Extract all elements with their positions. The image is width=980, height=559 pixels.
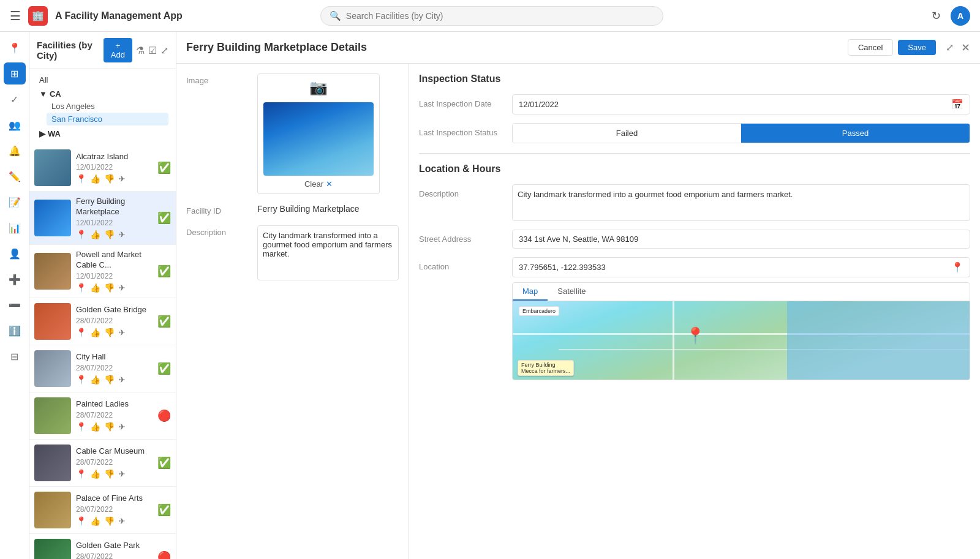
thumbdown-action-icon[interactable]: 👎 — [104, 174, 115, 184]
facility-date: 28/07/2022 — [76, 317, 153, 325]
facility-date: 12/01/2022 — [76, 272, 153, 280]
passed-toggle-button[interactable]: Passed — [741, 124, 970, 143]
section-divider — [419, 153, 970, 154]
menu-icon[interactable]: ☰ — [10, 9, 21, 23]
nav-people[interactable]: 👥 — [4, 114, 26, 136]
nav-person-add[interactable]: ➕ — [4, 268, 26, 290]
failed-toggle-button[interactable]: Failed — [513, 124, 741, 143]
location-coords-field: 📍 Map Satellite — [512, 257, 970, 380]
tree-child-la[interactable]: Los Angeles — [47, 100, 168, 113]
tree-child-sf[interactable]: San Francisco — [47, 113, 168, 126]
main-layout: 📍 ⊞ ✓ 👥 🔔 ✏️ 📝 📊 👤 ➕ ➖ ℹ️ ⊟ Facilities (… — [0, 32, 980, 559]
share-action-icon[interactable]: ✈ — [118, 328, 126, 337]
location-action-icon[interactable]: 📍 — [76, 375, 86, 385]
description-textarea[interactable]: City landmark transformed into a gourmet… — [257, 225, 399, 280]
thumbup-action-icon[interactable]: 👍 — [90, 516, 100, 526]
facility-name: City Hall — [76, 352, 153, 362]
expand-icon[interactable]: ⤢ — [946, 42, 954, 53]
nav-alert[interactable]: 🔔 — [4, 140, 26, 162]
share-action-icon[interactable]: ✈ — [118, 422, 126, 432]
nav-group[interactable]: 👤 — [4, 242, 26, 264]
map-tab-map[interactable]: Map — [513, 283, 548, 301]
filter-icon[interactable]: ⚗ — [136, 45, 145, 56]
thumbdown-action-icon[interactable]: 👎 — [104, 375, 115, 385]
thumbdown-action-icon[interactable]: 👎 — [104, 422, 115, 432]
nav-check[interactable]: ✓ — [4, 88, 26, 110]
nav-person-remove[interactable]: ➖ — [4, 294, 26, 316]
facility-info: Golden Gate Bridge 28/07/2022 📍 👍 👎 ✈ — [76, 305, 153, 337]
nav-location[interactable]: 📍 — [4, 37, 26, 59]
status-badge: ✅ — [157, 456, 171, 470]
thumbdown-action-icon[interactable]: 👎 — [104, 283, 115, 293]
share-action-icon[interactable]: ✈ — [118, 516, 126, 526]
share-action-icon[interactable]: ✈ — [118, 469, 126, 479]
list-item[interactable]: Powell and Market Cable C... 12/01/2022 … — [29, 245, 176, 298]
thumbup-action-icon[interactable]: 👍 — [90, 283, 100, 293]
location-action-icon[interactable]: 📍 — [76, 174, 86, 184]
share-action-icon[interactable]: ✈ — [118, 375, 126, 385]
facility-actions: 📍 👍 👎 ✈ — [76, 230, 153, 239]
thumbup-action-icon[interactable]: 👍 — [90, 174, 100, 184]
street-address-input[interactable] — [512, 230, 970, 249]
close-icon[interactable]: ✕ — [961, 41, 970, 54]
image-clear-area: Clear ✕ — [304, 179, 333, 189]
avatar[interactable]: A — [951, 6, 970, 26]
select-icon[interactable]: ☑ — [148, 45, 157, 56]
image-field-row: Image 📷 Clear ✕ — [186, 73, 399, 194]
tree-group-wa-label[interactable]: ▶ WA — [37, 128, 168, 140]
thumbup-action-icon[interactable]: 👍 — [90, 422, 100, 432]
list-item[interactable]: Painted Ladies 28/07/2022 📍 👍 👎 ✈ 🔴 — [29, 392, 176, 440]
last-date-input[interactable] — [519, 100, 951, 109]
nav-info[interactable]: ℹ️ — [4, 320, 26, 342]
list-item[interactable]: Ferry Building Marketplace 12/01/2022 📍 … — [29, 192, 176, 245]
status-badge: ✅ — [157, 315, 171, 328]
save-button[interactable]: Save — [898, 40, 936, 55]
nav-chart[interactable]: 📊 — [4, 217, 26, 239]
nav-edit[interactable]: ✏️ — [4, 165, 26, 187]
nav-notes[interactable]: 📝 — [4, 191, 26, 213]
map-tab-satellite[interactable]: Satellite — [548, 283, 595, 301]
facility-date: 28/07/2022 — [76, 505, 153, 514]
thumbdown-action-icon[interactable]: 👎 — [104, 469, 115, 479]
topbar-right: ↻ A — [932, 6, 970, 26]
location-action-icon[interactable]: 📍 — [76, 328, 86, 337]
image-upload-area[interactable]: 📷 Clear ✕ — [257, 73, 380, 194]
list-item[interactable]: City Hall 28/07/2022 📍 👍 👎 ✈ ✅ — [29, 345, 176, 392]
clear-x-icon[interactable]: ✕ — [326, 179, 333, 189]
calendar-icon[interactable]: 📅 — [951, 99, 963, 110]
street-address-row: Street Address — [419, 230, 970, 249]
refresh-icon[interactable]: ↻ — [932, 9, 941, 23]
share-action-icon[interactable]: ✈ — [118, 174, 126, 184]
location-action-icon[interactable]: 📍 — [76, 516, 86, 526]
thumbup-action-icon[interactable]: 👍 — [90, 469, 100, 479]
add-button[interactable]: + Add — [104, 38, 132, 62]
list-item[interactable]: Alcatraz Island 12/01/2022 📍 👍 👎 ✈ ✅ — [29, 144, 176, 192]
list-item[interactable]: Palace of Fine Arts 28/07/2022 📍 👍 👎 ✈ ✅ — [29, 487, 176, 534]
tree-group-ca-label[interactable]: ▼ CA — [37, 88, 168, 100]
nav-table[interactable]: ⊟ — [4, 345, 26, 367]
list-item[interactable]: Cable Car Museum 28/07/2022 📍 👍 👎 ✈ ✅ — [29, 440, 176, 487]
thumbdown-action-icon[interactable]: 👎 — [104, 230, 115, 239]
expand-icon[interactable]: ⤢ — [160, 45, 168, 56]
image-label: Image — [186, 73, 247, 85]
list-item[interactable]: Golden Gate Bridge 28/07/2022 📍 👍 👎 ✈ ✅ — [29, 298, 176, 345]
location-action-icon[interactable]: 📍 — [76, 283, 86, 293]
thumbdown-action-icon[interactable]: 👎 — [104, 516, 115, 526]
list-item[interactable]: Golden Gate Park 28/07/2022 📍 👍 👎 ✈ 🔴 — [29, 534, 176, 559]
facility-info: Cable Car Museum 28/07/2022 📍 👍 👎 ✈ — [76, 446, 153, 479]
share-action-icon[interactable]: ✈ — [118, 230, 126, 239]
search-input[interactable] — [346, 11, 654, 21]
cancel-button[interactable]: Cancel — [848, 39, 893, 56]
location-coords-input[interactable] — [519, 263, 951, 272]
nav-grid[interactable]: ⊞ — [4, 62, 26, 84]
share-action-icon[interactable]: ✈ — [118, 283, 126, 293]
thumbdown-action-icon[interactable]: 👎 — [104, 328, 115, 337]
location-action-icon[interactable]: 📍 — [76, 469, 86, 479]
location-action-icon[interactable]: 📍 — [76, 422, 86, 432]
location-action-icon[interactable]: 📍 — [76, 230, 86, 239]
detail-left: Image 📷 Clear ✕ — [176, 64, 409, 559]
thumbup-action-icon[interactable]: 👍 — [90, 328, 100, 337]
thumbup-action-icon[interactable]: 👍 — [90, 230, 100, 239]
tree-all[interactable]: All — [37, 74, 168, 86]
thumbup-action-icon[interactable]: 👍 — [90, 375, 100, 385]
